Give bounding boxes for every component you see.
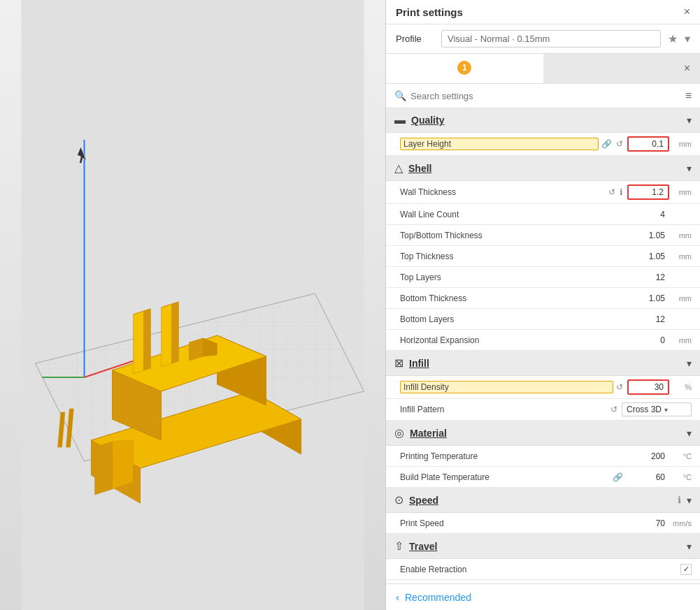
section-infill[interactable]: ⊠ Infill ▾	[386, 351, 700, 376]
bottom-layers-label: Bottom Layers	[400, 314, 624, 324]
search-row: 🔍 ≡	[386, 84, 700, 108]
travel-title: Travel	[409, 541, 681, 552]
infill-pattern-value: Cross 3D	[627, 405, 662, 414]
enable-retraction-checkbox[interactable]	[680, 564, 692, 575]
infill-pattern-row: Infill Pattern ↺ Cross 3D ▾	[386, 399, 700, 421]
printing-temp-unit: °C	[672, 452, 692, 460]
wall-thickness-unit: mm	[672, 188, 692, 196]
infill-density-unit: %	[672, 383, 692, 391]
panel-header: Print settings ×	[386, 0, 700, 24]
profile-star-icon[interactable]: ★	[668, 32, 678, 45]
profile-select[interactable]: Visual - Normal · 0.15mm	[441, 30, 661, 48]
infill-title: Infill	[409, 358, 681, 369]
svg-marker-18	[172, 302, 179, 363]
build-plate-lock-icon[interactable]: 🔗	[613, 472, 623, 482]
infill-density-label: Infill Density	[400, 381, 613, 393]
search-input[interactable]	[410, 91, 681, 101]
top-layers-row: Top Layers 12	[386, 267, 700, 288]
top-bottom-thickness-row: Top/Bottom Thickness 1.05 mm	[386, 225, 700, 246]
bottom-thickness-value: 1.05	[627, 293, 669, 303]
top-thickness-row: Top Thickness 1.05 mm	[386, 246, 700, 267]
3d-viewport[interactable]	[0, 0, 385, 610]
infill-pattern-label: Infill Pattern	[400, 405, 608, 414]
infill-pattern-reset-icon[interactable]: ↺	[610, 405, 617, 414]
infill-density-row: Infill Density ↺ 30 %	[386, 376, 700, 399]
svg-marker-14	[134, 311, 144, 374]
layer-height-reset-icon[interactable]: ↺	[616, 139, 623, 149]
printing-temp-value: 200	[627, 451, 669, 461]
horizontal-expansion-row: Horizontal Expansion 0 mm	[386, 330, 700, 351]
horizontal-expansion-value: 0	[627, 335, 669, 345]
layer-height-lock-icon[interactable]: 🔗	[601, 139, 612, 149]
print-speed-label: Print Speed	[400, 518, 624, 528]
infill-chevron[interactable]: ▾	[687, 358, 692, 369]
layer-height-value[interactable]: 0.1	[627, 136, 669, 152]
wall-thickness-value[interactable]: 1.2	[627, 184, 669, 200]
infill-density-value[interactable]: 30	[627, 379, 669, 395]
section-quality[interactable]: ▬ Quality ▾	[386, 108, 700, 133]
panel-close-button[interactable]: ×	[684, 6, 690, 18]
shell-icon: △	[394, 161, 403, 175]
tab-inactive[interactable]: ×	[543, 54, 701, 83]
speed-icon: ⊙	[394, 493, 403, 507]
layer-height-row: Layer Height 🔗 ↺ 0.1 mm	[386, 133, 700, 156]
quality-chevron[interactable]: ▾	[687, 115, 692, 126]
bottom-thickness-unit: mm	[672, 294, 692, 303]
top-layers-value: 12	[627, 273, 669, 282]
top-bottom-thickness-label: Top/Bottom Thickness	[400, 231, 624, 240]
bottom-thickness-label: Bottom Thickness	[400, 293, 624, 303]
panel-title: Print settings	[396, 6, 463, 18]
top-thickness-label: Top Thickness	[400, 252, 624, 261]
build-plate-temp-row: Build Plate Temperature 🔗 60 °C	[386, 467, 700, 488]
tab-active[interactable]: 1	[386, 54, 543, 83]
bottom-thickness-row: Bottom Thickness 1.05 mm	[386, 288, 700, 309]
infill-pattern-select[interactable]: Cross 3D ▾	[622, 402, 692, 416]
settings-scroll[interactable]: ▬ Quality ▾ Layer Height 🔗 ↺ 0.1 mm △ Sh…	[386, 108, 700, 583]
section-material[interactable]: ◎ Material ▾	[386, 421, 700, 446]
profile-row: Profile Visual - Normal · 0.15mm ★ ▾	[386, 24, 700, 54]
travel-chevron[interactable]: ▾	[687, 541, 692, 552]
top-bottom-thickness-unit: mm	[672, 231, 692, 240]
travel-icon: ⇧	[394, 539, 403, 553]
wall-line-count-label: Wall Line Count	[400, 210, 624, 219]
material-chevron[interactable]: ▾	[687, 428, 692, 439]
infill-icon: ⊠	[394, 356, 403, 370]
wall-thickness-reset-icon[interactable]: ↺	[608, 187, 615, 197]
speed-title: Speed	[409, 495, 672, 506]
print-speed-unit: mm/s	[672, 519, 692, 528]
build-plate-temp-unit: °C	[672, 473, 692, 481]
profile-label: Profile	[396, 34, 434, 44]
recommended-button[interactable]: ‹ Recommended	[386, 583, 700, 610]
wall-line-count-value: 4	[627, 210, 669, 219]
horizontal-expansion-unit: mm	[672, 336, 692, 344]
recommended-label: Recommended	[405, 592, 471, 603]
settings-menu-icon[interactable]: ≡	[685, 89, 692, 102]
tab-badge: 1	[457, 61, 471, 75]
top-bottom-thickness-value: 1.05	[627, 231, 669, 240]
tab-close-icon: ×	[684, 62, 690, 75]
top-layers-label: Top Layers	[400, 273, 624, 282]
speed-info-icon[interactable]: ℹ	[678, 495, 681, 505]
section-speed[interactable]: ⊙ Speed ℹ ▾	[386, 488, 700, 513]
print-speed-row: Print Speed 70 mm/s	[386, 513, 700, 534]
svg-marker-24	[113, 440, 134, 489]
section-travel[interactable]: ⇧ Travel ▾	[386, 534, 700, 559]
wall-thickness-row: Wall Thickness ↺ ℹ 1.2 mm	[386, 181, 700, 204]
infill-density-reset-icon[interactable]: ↺	[616, 382, 623, 392]
layer-height-label: Layer Height	[400, 138, 599, 150]
shell-title: Shell	[408, 163, 681, 174]
shell-chevron[interactable]: ▾	[687, 163, 692, 174]
wall-line-count-row: Wall Line Count 4	[386, 204, 700, 225]
quality-title: Quality	[411, 115, 681, 126]
infill-pattern-arrow: ▾	[664, 406, 668, 414]
svg-marker-23	[95, 442, 113, 495]
printing-temp-row: Printing Temperature 200 °C	[386, 446, 700, 467]
section-shell[interactable]: △ Shell ▾	[386, 156, 700, 181]
speed-chevron[interactable]: ▾	[687, 495, 692, 506]
profile-dropdown-icon[interactable]: ▾	[685, 32, 690, 45]
material-title: Material	[410, 428, 681, 439]
top-thickness-value: 1.05	[627, 252, 669, 261]
wall-thickness-info-icon[interactable]: ℹ	[620, 187, 623, 197]
enable-retraction-checkmark	[683, 565, 690, 574]
svg-marker-15	[144, 309, 151, 370]
